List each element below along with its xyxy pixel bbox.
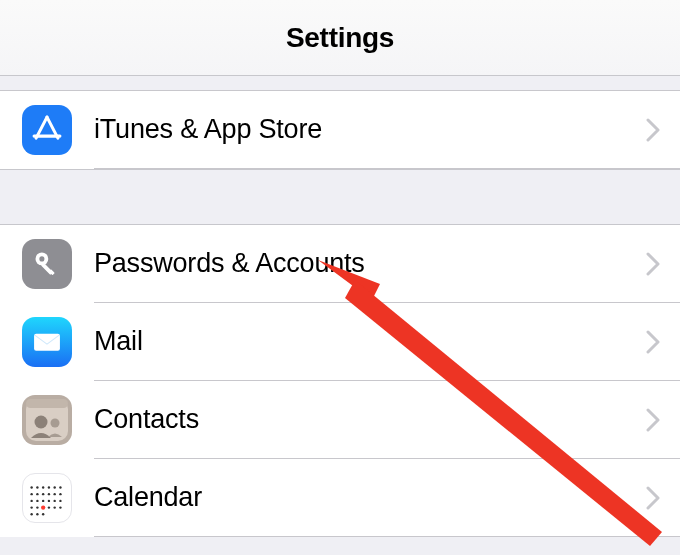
chevron-right-icon	[646, 252, 660, 276]
svg-point-22	[48, 493, 50, 495]
svg-point-26	[36, 500, 38, 502]
settings-row-passwords-accounts[interactable]: Passwords & Accounts	[0, 225, 680, 303]
svg-point-21	[42, 493, 44, 495]
svg-point-27	[42, 500, 44, 502]
svg-point-23	[53, 493, 55, 495]
chevron-right-icon	[646, 330, 660, 354]
page-title: Settings	[286, 22, 394, 54]
svg-point-18	[59, 486, 61, 488]
section-gap	[0, 169, 680, 225]
settings-group-1: iTunes & App Store	[0, 90, 680, 169]
svg-point-10	[35, 416, 48, 429]
svg-point-19	[30, 493, 32, 495]
settings-group-2: Passwords & Accounts Mail	[0, 225, 680, 537]
svg-point-39	[42, 513, 44, 515]
svg-point-15	[42, 486, 44, 488]
chevron-right-icon	[646, 118, 660, 142]
settings-row-label: Calendar	[94, 482, 646, 513]
svg-point-28	[48, 500, 50, 502]
calendar-icon	[22, 473, 72, 523]
svg-point-25	[30, 500, 32, 502]
key-icon	[22, 239, 72, 289]
svg-point-38	[36, 513, 38, 515]
settings-row-label: Mail	[94, 326, 646, 357]
svg-point-29	[53, 500, 55, 502]
svg-point-17	[53, 486, 55, 488]
chevron-right-icon	[646, 486, 660, 510]
svg-rect-7	[34, 334, 60, 351]
settings-row-contacts[interactable]: Contacts	[0, 381, 680, 459]
settings-row-label: Contacts	[94, 404, 646, 435]
svg-point-33	[41, 505, 45, 509]
svg-point-36	[59, 506, 61, 508]
svg-point-16	[48, 486, 50, 488]
svg-point-11	[51, 419, 60, 428]
svg-point-32	[36, 506, 38, 508]
appstore-icon	[22, 105, 72, 155]
svg-point-35	[53, 506, 55, 508]
mail-icon	[22, 317, 72, 367]
svg-point-13	[30, 486, 32, 488]
svg-point-14	[36, 486, 38, 488]
svg-point-34	[48, 506, 50, 508]
svg-point-30	[59, 500, 61, 502]
section-gap	[0, 76, 680, 90]
svg-point-24	[59, 493, 61, 495]
contacts-icon	[22, 395, 72, 445]
svg-point-20	[36, 493, 38, 495]
chevron-right-icon	[646, 408, 660, 432]
svg-rect-9	[26, 399, 68, 408]
svg-point-37	[30, 513, 32, 515]
settings-row-mail[interactable]: Mail	[0, 303, 680, 381]
settings-row-itunes-appstore[interactable]: iTunes & App Store	[0, 91, 680, 169]
svg-point-4	[39, 256, 44, 261]
page-header: Settings	[0, 0, 680, 76]
settings-row-label: Passwords & Accounts	[94, 248, 646, 279]
settings-row-label: iTunes & App Store	[94, 114, 646, 145]
settings-row-calendar[interactable]: Calendar	[0, 459, 680, 537]
svg-point-31	[30, 506, 32, 508]
